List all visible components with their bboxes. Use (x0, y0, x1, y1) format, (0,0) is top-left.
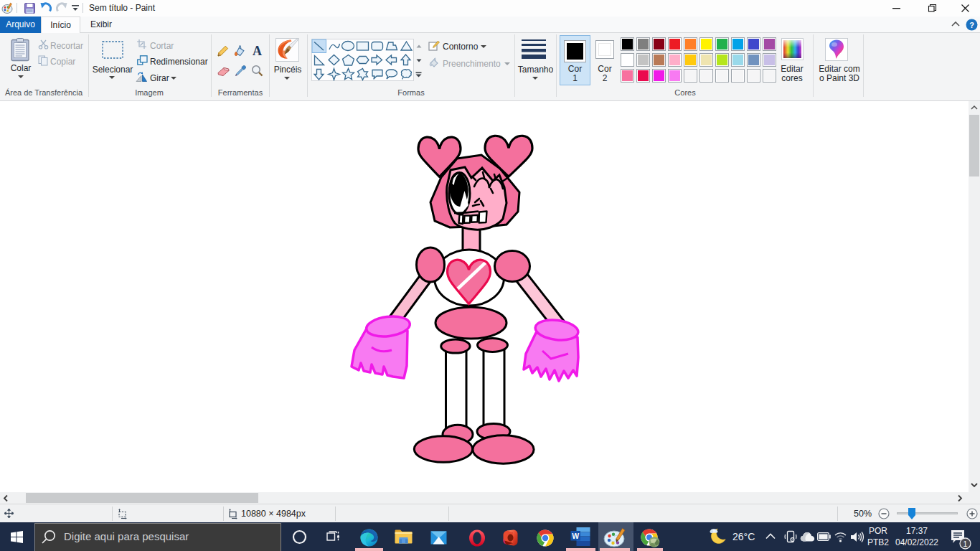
svg-text:1: 1 (963, 540, 968, 548)
svg-text:W: W (572, 532, 579, 540)
svg-text:?: ? (969, 21, 974, 29)
